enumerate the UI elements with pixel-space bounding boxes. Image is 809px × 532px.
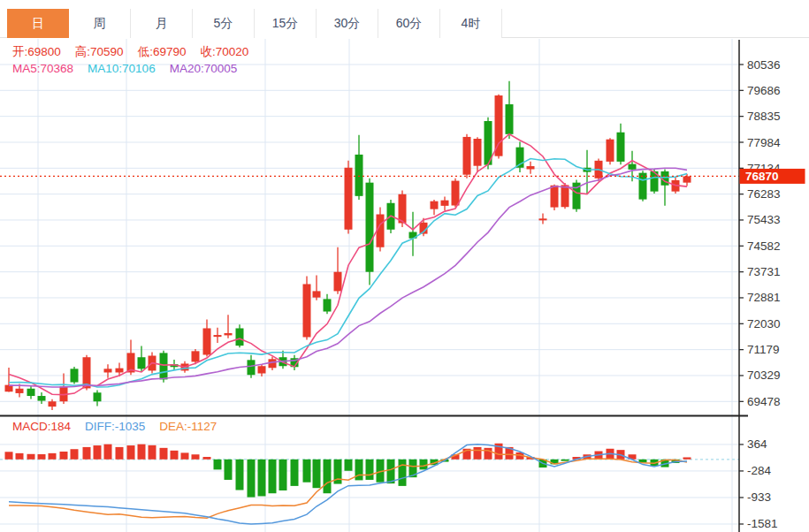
- candle-body: [355, 155, 363, 196]
- macd-hist-bar: [203, 457, 211, 460]
- macd-hist-bar: [258, 460, 266, 497]
- macd-readout: MACD:184DIFF:-1035DEA:-1127: [12, 420, 231, 433]
- candle-body: [303, 284, 311, 337]
- candle-body: [27, 389, 35, 396]
- ma-header-field-1: MA10:70106: [88, 62, 156, 75]
- macd-hist-bar: [94, 445, 102, 460]
- ohlc-header-field-2: 低:69790: [138, 45, 187, 58]
- macd-hist-bar: [138, 445, 146, 460]
- macd-hist-bar: [248, 460, 256, 498]
- candle-body: [71, 369, 79, 382]
- candle-body: [629, 164, 637, 170]
- candle-body: [399, 194, 407, 224]
- macd-hist-bar: [16, 453, 24, 460]
- macd-hist-bar: [225, 460, 233, 480]
- price-chart-canvas[interactable]: 8053679686788357798477134762837543374582…: [0, 0, 809, 532]
- candle-body: [345, 168, 353, 230]
- macd-hist-bar: [474, 447, 482, 460]
- kline-chart-app: 8053679686788357798477134762837543374582…: [0, 0, 809, 532]
- candle-body: [116, 369, 124, 373]
- price-axis-label: 72881: [747, 291, 781, 304]
- macd-hist-bar: [192, 454, 200, 460]
- tab-period-6[interactable]: 60分: [378, 9, 440, 38]
- candle-body: [313, 291, 321, 297]
- candle-body: [474, 139, 482, 166]
- candle-body: [324, 299, 332, 311]
- tab-period-2[interactable]: 月: [131, 9, 193, 38]
- candle-body: [16, 389, 24, 393]
- macd-axis-label: -1581: [747, 517, 778, 530]
- candle-body: [203, 328, 211, 354]
- macd-hist-bar: [60, 452, 68, 460]
- macd-hist-bar: [236, 460, 244, 490]
- candle-body: [236, 328, 244, 346]
- macd-hist-bar: [160, 448, 168, 460]
- macd-hist-bar: [49, 453, 57, 460]
- candle-body: [431, 201, 439, 209]
- candle-body: [366, 183, 374, 272]
- ohlc-header-field-0: 开:69800: [12, 45, 61, 58]
- macd-hist-bar: [83, 447, 91, 460]
- macd-hist-bar: [104, 445, 112, 460]
- macd-hist-bar: [279, 460, 287, 490]
- macd-hist-bar: [324, 460, 332, 493]
- tab-period-5[interactable]: 30分: [317, 9, 378, 38]
- macd-hist-bar: [27, 454, 35, 460]
- candle-body: [527, 166, 535, 169]
- macd-hist-bar: [149, 445, 156, 460]
- price-axis-label: 80536: [747, 58, 781, 72]
- candle-body: [506, 104, 514, 134]
- tab-period-4[interactable]: 15分: [255, 9, 317, 38]
- macd-axis-label: -933: [747, 490, 771, 504]
- macd-hist-bar: [355, 460, 363, 481]
- macd-hist-bar: [116, 447, 124, 460]
- macd-hist-bar: [291, 460, 299, 486]
- macd-hist-bar: [71, 449, 79, 460]
- macd-hist-bar: [269, 460, 277, 493]
- candle-body: [463, 137, 471, 175]
- candle-body: [334, 272, 342, 292]
- tab-period-0[interactable]: 日: [7, 9, 69, 38]
- candle-body: [617, 133, 625, 162]
- price-axis-label: 78835: [747, 110, 781, 123]
- macd-hist-bar: [5, 452, 13, 460]
- tab-period-1[interactable]: 周: [69, 9, 131, 38]
- tab-period-7[interactable]: 4时: [440, 9, 502, 38]
- candle-body: [214, 335, 222, 337]
- macd-hist-bar: [38, 454, 46, 460]
- price-axis-label: 76283: [747, 187, 781, 201]
- candle-body: [38, 396, 46, 401]
- period-tab-bar: 日周月5分15分30分60分4时: [0, 0, 809, 38]
- macd-hist-bar: [313, 460, 321, 488]
- macd-hist-bar: [345, 460, 353, 471]
- ma-header-field-2: MA20:70005: [170, 62, 238, 75]
- candle-body: [258, 366, 266, 373]
- ohlc-header-field-1: 高:70590: [75, 45, 124, 58]
- macd-hist-bar: [561, 460, 569, 461]
- candle-body: [441, 201, 449, 206]
- price-axis-label: 79686: [747, 84, 781, 97]
- macd-hist-bar: [399, 460, 407, 486]
- macd-axis-label: 364: [747, 437, 767, 451]
- current-price-tag-value: 76870: [745, 170, 779, 183]
- macd-header-field-0: MACD:184: [12, 420, 71, 433]
- ohlc-readout: 开:69800高:70590低:69790收:70020: [12, 44, 263, 60]
- candle-body: [495, 95, 503, 156]
- price-axis-label: 74582: [747, 239, 781, 253]
- tab-period-3[interactable]: 5分: [193, 9, 255, 38]
- candle-body: [607, 140, 614, 162]
- macd-hist-bar: [303, 460, 311, 483]
- candle-body: [561, 185, 569, 207]
- macd-hist-bar: [171, 451, 179, 460]
- price-axis-label: 70329: [747, 369, 781, 382]
- candle-body: [225, 333, 233, 335]
- candle-body: [160, 353, 168, 379]
- macd-hist-bar: [214, 460, 222, 470]
- price-axis-label: 69478: [747, 395, 781, 408]
- candle-body: [551, 186, 559, 208]
- macd-header-field-1: DIFF:-1035: [85, 420, 145, 433]
- candle-body: [94, 392, 102, 401]
- price-axis-label: 73731: [747, 265, 781, 278]
- candle-body: [539, 218, 547, 220]
- candle-body: [452, 181, 460, 206]
